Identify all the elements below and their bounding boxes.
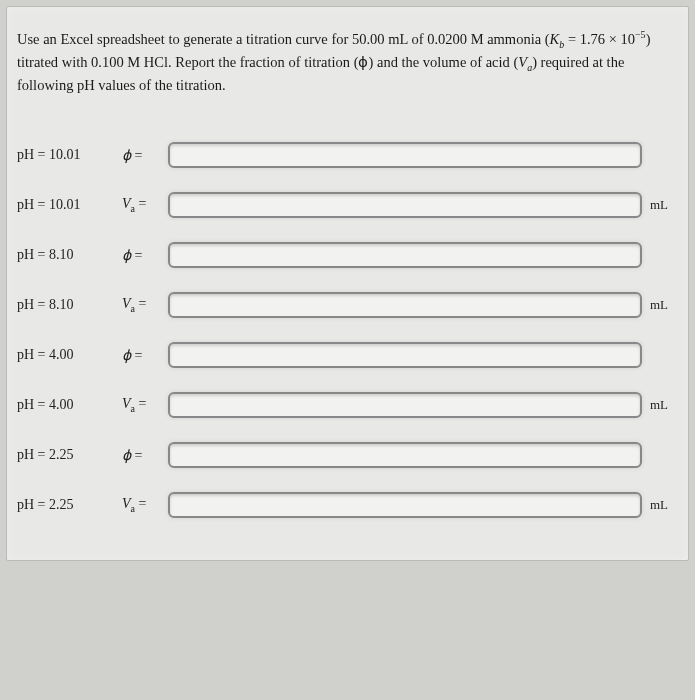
answer-row: pH = 8.10 Va = mL (17, 292, 678, 318)
row-symbol-phi: ϕ = (122, 447, 168, 464)
answer-row: pH = 4.00 Va = mL (17, 392, 678, 418)
answer-row: pH = 4.00 ϕ = (17, 342, 678, 368)
prompt-text-1: Use an Excel spreadsheet to generate a t… (17, 31, 550, 47)
answer-row: pH = 8.10 ϕ = (17, 242, 678, 268)
va-input-3[interactable] (168, 392, 642, 418)
row-symbol-va: Va = (122, 496, 168, 514)
row-symbol-phi: ϕ = (122, 147, 168, 164)
row-symbol-phi: ϕ = (122, 247, 168, 264)
answer-row: pH = 10.01 ϕ = (17, 142, 678, 168)
row-unit: mL (642, 397, 678, 413)
answer-row: pH = 2.25 Va = mL (17, 492, 678, 518)
worksheet-page: Use an Excel spreadsheet to generate a t… (6, 6, 689, 561)
va-input-1[interactable] (168, 192, 642, 218)
row-label: pH = 10.01 (17, 147, 122, 163)
phi-input-4[interactable] (168, 442, 642, 468)
answer-row: pH = 10.01 Va = mL (17, 192, 678, 218)
row-label: pH = 10.01 (17, 197, 122, 213)
answer-rows: pH = 10.01 ϕ = pH = 10.01 Va = mL pH = 8… (7, 112, 688, 560)
phi-input-1[interactable] (168, 142, 642, 168)
row-symbol-phi: ϕ = (122, 347, 168, 364)
va-symbol: Va (518, 54, 532, 70)
row-unit: mL (642, 497, 678, 513)
va-input-2[interactable] (168, 292, 642, 318)
row-symbol-va: Va = (122, 196, 168, 214)
row-symbol-va: Va = (122, 396, 168, 414)
kb-symbol: Kb (550, 31, 565, 47)
va-input-4[interactable] (168, 492, 642, 518)
row-unit: mL (642, 197, 678, 213)
row-unit: mL (642, 297, 678, 313)
row-symbol-va: Va = (122, 296, 168, 314)
question-prompt: Use an Excel spreadsheet to generate a t… (7, 7, 688, 112)
answer-row: pH = 2.25 ϕ = (17, 442, 678, 468)
row-label: pH = 8.10 (17, 247, 122, 263)
phi-input-3[interactable] (168, 342, 642, 368)
row-label: pH = 4.00 (17, 397, 122, 413)
row-label: pH = 4.00 (17, 347, 122, 363)
phi-input-2[interactable] (168, 242, 642, 268)
row-label: pH = 8.10 (17, 297, 122, 313)
row-label: pH = 2.25 (17, 447, 122, 463)
kb-equals: = 1.76 × 10 (564, 31, 635, 47)
kb-exponent: −5 (635, 29, 646, 40)
row-label: pH = 2.25 (17, 497, 122, 513)
